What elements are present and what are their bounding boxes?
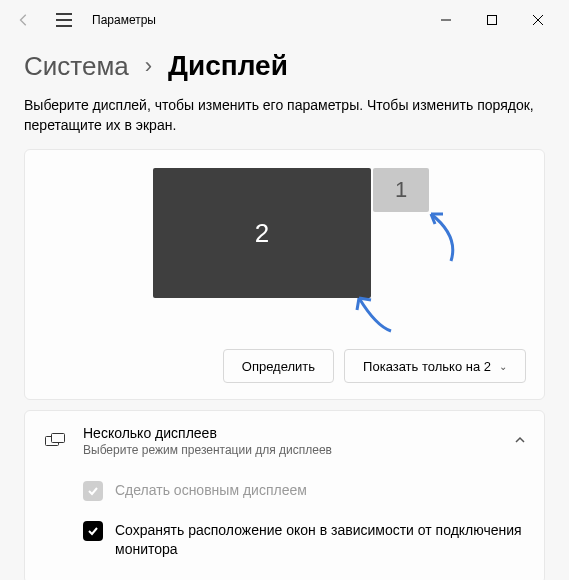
- titlebar: Параметры: [0, 0, 569, 40]
- chevron-down-icon: ⌄: [499, 361, 507, 372]
- back-button[interactable]: [8, 4, 40, 36]
- monitor-2[interactable]: 2: [153, 168, 371, 298]
- remember-layout-label: Сохранять расположение окон в зависимост…: [115, 521, 526, 559]
- remember-layout-row: Сохранять расположение окон в зависимост…: [83, 511, 526, 569]
- make-main-display-row: Сделать основным дисплеем: [83, 471, 526, 511]
- close-button[interactable]: [515, 4, 561, 36]
- make-main-checkbox: [83, 481, 103, 501]
- chevron-up-icon: [514, 434, 526, 449]
- arrange-buttons: Определить Показать только на 2 ⌄: [43, 349, 526, 383]
- breadcrumb-parent[interactable]: Система: [24, 51, 129, 82]
- breadcrumb-current: Дисплей: [168, 50, 288, 82]
- svg-rect-2: [52, 434, 65, 443]
- window-controls: [423, 4, 561, 36]
- annotation-arrow-icon: [351, 286, 401, 340]
- identify-button[interactable]: Определить: [223, 349, 334, 383]
- identify-label: Определить: [242, 359, 315, 374]
- projection-label: Показать только на 2: [363, 359, 491, 374]
- chevron-right-icon: ›: [145, 53, 152, 79]
- display-arrange-area[interactable]: 2 1: [43, 168, 526, 343]
- annotation-arrow-icon: [421, 206, 461, 270]
- multiple-displays-section: Несколько дисплеев Выберите режим презен…: [24, 410, 545, 580]
- window-title: Параметры: [92, 13, 156, 27]
- svg-rect-0: [488, 16, 497, 25]
- make-main-label: Сделать основным дисплеем: [115, 481, 307, 500]
- minimize-button[interactable]: [423, 4, 469, 36]
- projection-dropdown[interactable]: Показать только на 2 ⌄: [344, 349, 526, 383]
- menu-button[interactable]: [48, 4, 80, 36]
- section-title: Несколько дисплеев: [83, 425, 514, 441]
- page-description: Выберите дисплей, чтобы изменить его пар…: [24, 96, 545, 135]
- maximize-button[interactable]: [469, 4, 515, 36]
- displays-icon: [43, 433, 67, 449]
- remember-layout-checkbox[interactable]: [83, 521, 103, 541]
- section-subtitle: Выберите режим презентации для дисплеев: [83, 443, 514, 457]
- display-arrange-card: 2 1 Определить Показать только на 2 ⌄: [24, 149, 545, 400]
- breadcrumb: Система › Дисплей: [24, 50, 545, 82]
- section-header[interactable]: Несколько дисплеев Выберите режим презен…: [25, 411, 544, 471]
